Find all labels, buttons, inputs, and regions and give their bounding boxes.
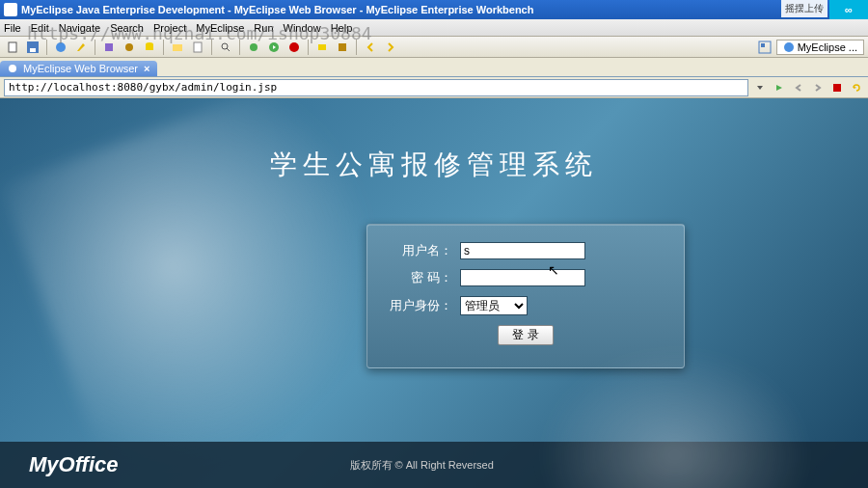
tab-browser[interactable]: MyEclipse Web Browser ×: [0, 61, 157, 76]
toolbar: MyEclipse ...: [0, 37, 868, 58]
svg-rect-0: [9, 42, 16, 52]
save-icon[interactable]: [24, 39, 41, 56]
nav-forward-icon[interactable]: [810, 80, 826, 95]
page-content: 学生公寓报修管理系统 用户名： 密 码： 用户身份： 管理员 登 录 ↖ MyO…: [0, 98, 868, 488]
svg-point-20: [9, 65, 16, 72]
globe-icon: [8, 64, 17, 73]
footer-logo: MyOffice: [29, 452, 119, 477]
menu-file[interactable]: File: [4, 22, 21, 34]
logo-office: Office: [59, 452, 119, 476]
separator: [46, 40, 47, 55]
menu-edit[interactable]: Edit: [31, 22, 49, 34]
back-icon[interactable]: [362, 39, 379, 56]
myeclipse-icon: [783, 41, 795, 53]
menu-window[interactable]: Window: [284, 22, 321, 34]
separator: [308, 40, 309, 55]
dropdown-icon[interactable]: [752, 80, 768, 95]
login-panel: 用户名： 密 码： 用户身份： 管理员 登 录: [366, 224, 685, 368]
package-icon[interactable]: [334, 39, 351, 56]
menubar: File Edit Navigate Search Project MyEcli…: [0, 19, 868, 37]
svg-rect-18: [761, 43, 765, 47]
runconf-icon[interactable]: [285, 39, 303, 56]
close-icon[interactable]: ×: [144, 63, 149, 74]
server-icon[interactable]: [313, 39, 331, 56]
perspective-icon[interactable]: [756, 39, 773, 56]
mouse-cursor-icon: ↖: [548, 262, 559, 278]
perspective-label: MyEclipse ...: [798, 41, 857, 53]
url-input[interactable]: [4, 79, 748, 96]
menu-myeclipse[interactable]: MyEclipse: [196, 22, 244, 34]
cube-icon[interactable]: [100, 39, 118, 56]
wizard-icon[interactable]: [72, 39, 90, 56]
svg-rect-8: [173, 44, 182, 51]
editor-tabs: MyEclipse Web Browser ×: [0, 58, 868, 77]
menu-run[interactable]: Run: [254, 22, 273, 34]
search-icon[interactable]: [217, 39, 234, 56]
role-select[interactable]: 管理员: [460, 296, 528, 315]
svg-point-19: [784, 42, 794, 52]
page-footer: MyOffice 版权所有 © All Right Reversed: [0, 442, 868, 488]
separator: [95, 40, 95, 55]
svg-point-14: [289, 42, 299, 52]
svg-rect-21: [833, 84, 841, 92]
page-title: 学生公寓报修管理系统: [270, 147, 598, 183]
svg-point-3: [56, 42, 66, 52]
refresh-icon[interactable]: [849, 80, 864, 95]
doc-icon[interactable]: [189, 39, 206, 56]
separator: [239, 40, 240, 55]
menu-project[interactable]: Project: [153, 22, 186, 34]
separator: [163, 40, 164, 55]
label-username: 用户名：: [385, 242, 452, 259]
svg-rect-7: [146, 44, 153, 50]
tab-label: MyEclipse Web Browser: [23, 63, 138, 74]
svg-point-12: [250, 43, 258, 51]
username-input[interactable]: [460, 242, 585, 259]
label-role: 用户身份：: [385, 297, 452, 314]
share-button[interactable]: ∞: [829, 0, 868, 19]
separator: [211, 40, 212, 55]
svg-rect-16: [339, 43, 346, 51]
new-icon[interactable]: [4, 39, 21, 56]
forward-icon[interactable]: [382, 39, 399, 56]
db-icon[interactable]: [141, 39, 158, 56]
globe-icon[interactable]: [52, 39, 69, 56]
separator: [356, 40, 357, 55]
menu-navigate[interactable]: Navigate: [59, 22, 100, 34]
svg-rect-15: [318, 44, 326, 50]
run-icon[interactable]: [265, 39, 283, 56]
go-icon[interactable]: [772, 80, 787, 95]
menu-search[interactable]: Search: [110, 22, 144, 34]
url-bar: [0, 77, 868, 98]
menu-help[interactable]: Help: [331, 22, 353, 34]
debug-icon[interactable]: [245, 39, 262, 56]
password-input[interactable]: [460, 269, 585, 286]
svg-line-11: [227, 48, 230, 51]
window-title: MyEclipse Java Enterprise Development - …: [21, 4, 533, 15]
login-button[interactable]: 登 录: [498, 325, 553, 345]
window-titlebar: MyEclipse Java Enterprise Development - …: [0, 0, 868, 19]
svg-rect-4: [105, 43, 113, 51]
stop-icon[interactable]: [829, 80, 845, 95]
nav-back-icon[interactable]: [791, 80, 806, 95]
perspective-tab[interactable]: MyEclipse ...: [776, 40, 864, 55]
copyright-text: 版权所有 © All Right Reversed: [350, 458, 494, 473]
svg-point-5: [125, 43, 133, 51]
logo-my: My: [29, 452, 59, 476]
share-label: 摇摆上传: [781, 0, 827, 17]
bean-icon[interactable]: [121, 39, 138, 56]
svg-rect-2: [30, 48, 36, 52]
label-password: 密 码：: [385, 269, 452, 286]
folder-icon[interactable]: [169, 39, 186, 56]
app-icon: [4, 3, 17, 16]
svg-rect-9: [194, 42, 202, 52]
